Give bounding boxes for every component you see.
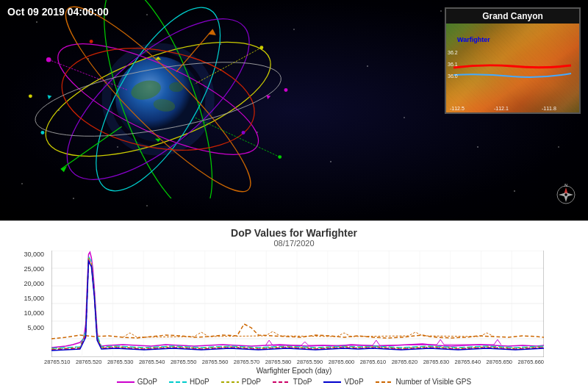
svg-marker-30 xyxy=(48,95,52,99)
x-tick-8: 28765.580 xyxy=(265,359,291,365)
chart-legend: GDoP HDoP PDoP TDoP VDoP Number of Visib… xyxy=(0,378,588,386)
x-tick-4: 28765.540 xyxy=(139,359,165,365)
x-tick-6: 28765.560 xyxy=(202,359,228,365)
hdop-label: HDoP xyxy=(190,378,209,386)
chart-svg xyxy=(51,251,544,357)
space-visualization: Oct 09 2019 04:00:00 xyxy=(0,0,588,220)
x-tick-14: 28765.640 xyxy=(455,359,481,365)
svg-point-24 xyxy=(90,40,93,43)
map-overlay-svg: Warfighter 36.2 36.1 36.0 -112.5 -112.1 … xyxy=(446,24,581,114)
x-tick-7: 28765.570 xyxy=(234,359,259,365)
legend-gdop: GDoP xyxy=(117,378,157,386)
svg-text:36.0: 36.0 xyxy=(448,73,458,79)
tdop-line-icon xyxy=(273,381,290,383)
svg-rect-46 xyxy=(51,251,544,357)
x-tick-9: 28765.590 xyxy=(297,359,323,365)
legend-visible-gps: Number of Visible GPS xyxy=(376,378,472,386)
timestamp-label: Oct 09 2019 04:00:00 xyxy=(7,6,109,18)
x-tick-12: 28765.620 xyxy=(392,359,417,365)
x-tick-16: 28765.660 xyxy=(518,359,544,365)
pdop-line-icon xyxy=(221,381,239,383)
svg-marker-21 xyxy=(208,29,216,35)
x-tick-15: 28765.650 xyxy=(487,359,512,365)
y-label-25000: 25,000 xyxy=(24,265,44,273)
legend-hdop: HDoP xyxy=(169,378,209,386)
chart-x-label: Warfighter Epoch (day) xyxy=(0,367,588,375)
y-label-15000: 15,000 xyxy=(24,295,44,302)
visible-gps-line-icon xyxy=(376,381,393,383)
y-label-5000: 5,000 xyxy=(27,324,44,331)
y-label-30000: 30,000 xyxy=(24,251,44,258)
svg-text:36.2: 36.2 xyxy=(448,50,458,55)
svg-point-1 xyxy=(115,57,201,142)
svg-point-19 xyxy=(40,131,44,134)
x-tick-13: 28765.630 xyxy=(423,359,449,365)
svg-line-16 xyxy=(195,48,262,85)
svg-line-22 xyxy=(61,126,122,169)
svg-point-27 xyxy=(284,88,287,92)
legend-pdop: PDoP xyxy=(221,378,261,386)
svg-text:-111.8: -111.8 xyxy=(542,106,556,111)
chart-area xyxy=(51,251,544,357)
svg-text:N: N xyxy=(564,184,567,187)
map-inset: Grand Canyon Warfighter xyxy=(445,7,581,114)
svg-marker-29 xyxy=(266,95,270,99)
chart-title: DoP Values for Warfighter xyxy=(0,221,588,239)
gdop-label: GDoP xyxy=(137,378,157,386)
x-tick-5: 28765.550 xyxy=(171,359,196,365)
dop-chart-panel: DoP Values for Warfighter 08/17/2020 30,… xyxy=(0,220,588,388)
svg-point-26 xyxy=(29,94,32,98)
x-tick-3: 28765.530 xyxy=(107,359,133,365)
x-tick-10: 28765.600 xyxy=(329,359,354,365)
svg-point-17 xyxy=(278,155,282,159)
tdop-label: TDoP xyxy=(293,378,312,386)
legend-tdop: TDoP xyxy=(273,378,312,386)
x-tick-1: 28765.510 xyxy=(44,359,70,365)
svg-point-25 xyxy=(242,131,245,134)
x-tick-2: 28765.520 xyxy=(76,359,101,365)
x-tick-11: 28765.610 xyxy=(360,359,386,365)
x-axis-labels: 28765.510 28765.520 28765.530 28765.540 … xyxy=(44,359,544,365)
gdop-line-icon xyxy=(117,381,135,383)
compass-rose: N xyxy=(555,184,577,206)
svg-text:Warfighter: Warfighter xyxy=(457,36,490,43)
vdop-label: VDoP xyxy=(344,378,363,386)
chart-subtitle: 08/17/2020 xyxy=(0,239,588,248)
map-inset-title: Grand Canyon xyxy=(446,9,579,24)
vdop-line-icon xyxy=(323,381,341,383)
hdop-line-icon xyxy=(169,381,187,383)
legend-vdop: VDoP xyxy=(323,378,363,386)
y-label-10000: 10,000 xyxy=(24,309,44,317)
orbital-paths xyxy=(0,0,353,198)
svg-text:36.1: 36.1 xyxy=(448,62,458,67)
svg-text:-112.1: -112.1 xyxy=(494,106,509,111)
svg-text:-112.5: -112.5 xyxy=(450,106,465,111)
pdop-label: PDoP xyxy=(242,378,261,386)
y-label-20000: 20,000 xyxy=(24,280,44,287)
visible-gps-label: Number of Visible GPS xyxy=(396,378,472,386)
